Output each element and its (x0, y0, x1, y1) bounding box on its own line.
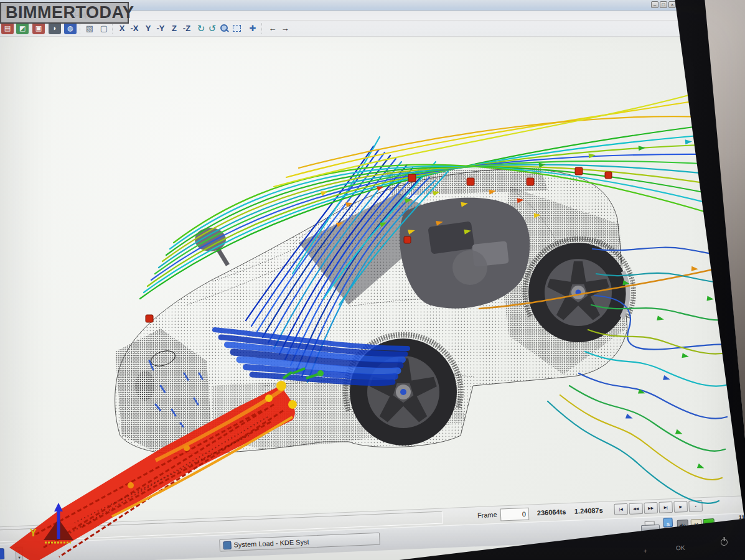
rotate-ccw-icon[interactable]: ↺ (206, 22, 218, 34)
kmenu-icon[interactable] (0, 548, 4, 560)
keyboard-layout-icon[interactable]: de (677, 520, 689, 531)
image-capture-icon[interactable]: ▣ (32, 22, 45, 34)
shaded-view-icon[interactable]: ◗ (49, 22, 61, 34)
view-minus-y-button[interactable]: -Y (154, 22, 167, 34)
watermark-badge: BIMMERTODAY (0, 2, 129, 24)
printer-tray-icon[interactable] (641, 521, 660, 534)
bounding-box-icon[interactable]: ▢ (98, 22, 110, 34)
minimize-button[interactable]: – (651, 1, 658, 8)
magnifier-icon[interactable] (219, 24, 229, 33)
view-plus-x-button[interactable]: X (116, 22, 128, 34)
monitor-ok-button[interactable]: OK (676, 544, 685, 552)
rear-wheel (528, 243, 628, 342)
task-window-icon (223, 541, 232, 550)
view-plus-y-button[interactable]: Y (142, 22, 154, 34)
taskbar-button-system-load[interactable]: System Load - KDE Syst (219, 533, 380, 552)
center-view-icon[interactable]: ✚ (246, 22, 259, 34)
snapshot-frame-icon[interactable]: ▧ (83, 22, 96, 34)
monitor-plus-button[interactable]: + (644, 548, 648, 554)
clock-date: 19.06.2013 (717, 526, 745, 533)
maximize-button[interactable]: □ (660, 1, 667, 8)
fit-view-icon[interactable] (233, 25, 241, 32)
annotation-tool-icon[interactable]: ▤ (1, 22, 14, 34)
monitor-photo: – □ × Scripting Help ▤ ◩ ▣ ◗ ◍ ▧ ▢ X -X … (0, 0, 745, 560)
shutdown-icon[interactable]: O (663, 528, 673, 538)
frame-label: Frame (477, 509, 498, 522)
forward-arrow-icon[interactable]: → (279, 22, 291, 34)
klipper-icon[interactable]: K (691, 519, 703, 531)
system-monitor-icon[interactable] (703, 518, 715, 530)
cfd-viewport[interactable]: Y (0, 37, 745, 511)
back-arrow-icon[interactable]: ← (266, 22, 279, 34)
app-badge-icon[interactable]: a (663, 518, 673, 528)
close-button[interactable]: × (668, 1, 676, 8)
view-minus-x-button[interactable]: -X (128, 22, 141, 34)
rotate-cw-icon[interactable]: ↻ (195, 22, 207, 34)
axis-y-label: Y (30, 528, 37, 538)
cfd-application-window: – □ × Scripting Help ▤ ◩ ▣ ◗ ◍ ▧ ▢ X -X … (0, 0, 745, 560)
panel-clock[interactable]: 11:10 Wednesday 19.06.2013 (716, 515, 745, 533)
clip-plane-icon[interactable]: ◩ (16, 22, 29, 34)
globe-view-icon[interactable]: ◍ (64, 22, 77, 34)
view-minus-z-button[interactable]: -Z (180, 22, 193, 34)
view-plus-z-button[interactable]: Z (168, 22, 180, 34)
